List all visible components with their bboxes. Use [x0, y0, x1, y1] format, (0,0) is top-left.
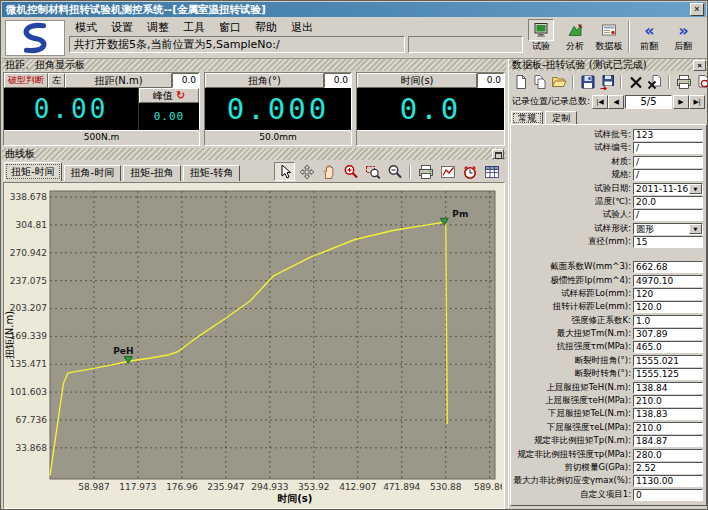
curve-tab-0[interactable]: 扭矩-时间 — [4, 162, 62, 181]
field-input-13[interactable]: 1.0 — [633, 315, 703, 327]
field-input-3[interactable]: / — [633, 169, 703, 181]
field-input-17[interactable]: 1555.125 — [633, 368, 703, 380]
field-row: 下屈服扭矩TeL(N.m):138.83 — [513, 408, 703, 420]
new-icon — [513, 74, 529, 90]
data-panel-close-button[interactable]: × — [693, 60, 706, 71]
menu-item-0[interactable]: 模式 — [68, 19, 104, 34]
menu-item-3[interactable]: 工具 — [176, 19, 212, 34]
field-input-19[interactable]: 210.0 — [633, 395, 703, 407]
field-input-8[interactable]: 15 — [633, 236, 703, 248]
field-input-23[interactable]: 280.0 — [633, 449, 703, 461]
menu-item-2[interactable]: 调整 — [140, 19, 176, 34]
data-tab-0[interactable]: 常规 — [511, 111, 543, 125]
save-button[interactable] — [579, 74, 596, 90]
field-value: 138.83 — [636, 409, 668, 419]
data-grid-button[interactable] — [481, 162, 502, 181]
field-input-18[interactable]: 138.84 — [633, 382, 703, 394]
record-last-button[interactable]: ▶| — [689, 95, 705, 109]
field-input-14[interactable]: 307.89 — [633, 328, 703, 340]
preview-button[interactable] — [694, 74, 708, 90]
restore-icon[interactable] — [492, 149, 504, 159]
record-prev-button[interactable]: ◀ — [608, 95, 624, 109]
field-input-9[interactable]: 662.68 — [633, 261, 703, 273]
chart-area[interactable]: 58.987117.973176.96235.947294.933353.924… — [3, 182, 505, 509]
field-input-6[interactable]: / — [633, 209, 703, 221]
new-button[interactable] — [512, 74, 529, 90]
curve-tab-1[interactable]: 扭角-时间 — [64, 165, 122, 181]
svg-text:Pm: Pm — [452, 209, 468, 219]
field-row: 温度(℃):20.0 — [513, 196, 703, 208]
zoom-out-button[interactable] — [384, 162, 405, 181]
svg-text:135.471: 135.471 — [10, 359, 47, 369]
field-input-1[interactable]: / — [633, 142, 703, 154]
field-row: 试样编号:/ — [513, 142, 703, 154]
print-button[interactable] — [415, 162, 436, 181]
field-label: 断裂时转角(°): — [513, 368, 633, 380]
hand-button[interactable] — [318, 162, 339, 181]
field-input-5[interactable]: 20.0 — [633, 196, 703, 208]
field-input-21[interactable]: 210.0 — [633, 422, 703, 434]
menu-item-5[interactable]: 帮助 — [248, 19, 284, 34]
toolbar-button-analysis-chart[interactable]: 分析 — [560, 19, 590, 52]
print-button[interactable] — [675, 74, 692, 90]
field-input-2[interactable]: / — [633, 156, 703, 168]
copy-button[interactable] — [531, 74, 548, 90]
field-input-7[interactable]: 圆形▼ — [633, 223, 703, 235]
peak-header[interactable]: 峰值 ↻ — [139, 88, 199, 103]
curve-tab-2[interactable]: 扭矩-扭角 — [123, 165, 181, 181]
field-label: 材质: — [513, 156, 633, 168]
record-first-button[interactable]: |◀ — [592, 95, 608, 109]
toolbar-button-next[interactable]: »后翻 — [668, 19, 698, 52]
field-value: / — [636, 210, 639, 220]
toolbar-button-monitor[interactable]: 试验 — [526, 19, 556, 52]
direction-left-button[interactable]: 左 — [48, 73, 65, 88]
field-value: 1.0 — [636, 316, 650, 326]
svg-text:270.942: 270.942 — [10, 248, 47, 258]
field-input-12[interactable]: 120.0 — [633, 301, 703, 313]
timer-button[interactable] — [459, 162, 480, 181]
field-input-26[interactable]: 0 — [633, 489, 703, 501]
pointer-button[interactable] — [274, 162, 295, 181]
field-input-15[interactable]: 465.0 — [633, 341, 703, 353]
menu-item-4[interactable]: 窗口 — [212, 19, 248, 34]
field-input-20[interactable]: 138.83 — [633, 408, 703, 420]
graph-setup-button[interactable] — [437, 162, 458, 181]
field-input-10[interactable]: 4970.10 — [633, 275, 703, 287]
field-value: 2011-11-16 — [636, 184, 688, 194]
menu-item-1[interactable]: 设置 — [104, 19, 140, 34]
field-input-25[interactable]: 1130.00 — [633, 475, 703, 487]
analysis-chart-icon — [567, 22, 583, 38]
data-grid-icon — [484, 164, 500, 180]
field-value: 1555.125 — [636, 369, 679, 379]
field-input-11[interactable]: 120 — [633, 288, 703, 300]
move-button[interactable] — [296, 162, 317, 181]
field-input-0[interactable]: 123 — [633, 129, 703, 141]
field-input-22[interactable]: 184.87 — [633, 435, 703, 447]
toolbar-button-prev[interactable]: «前翻 — [634, 19, 664, 52]
dropdown-arrow-icon[interactable]: ▼ — [689, 184, 702, 194]
torque-time-chart: 58.987117.973176.96235.947294.933353.924… — [4, 183, 502, 507]
zoom-in-button[interactable] — [340, 162, 361, 181]
curve-tab-3[interactable]: 扭矩-转角 — [183, 165, 241, 181]
field-input-4[interactable]: 2011-11-16▼ — [633, 183, 703, 195]
toolbar-button-data-board[interactable]: 数据板 — [594, 19, 624, 52]
field-label: 上屈服强度τeH(MPa): — [513, 395, 633, 407]
field-value: 280.0 — [636, 450, 662, 460]
field-row: 试验人:/ — [513, 209, 703, 221]
break-judge-button[interactable]: 破型判断 — [4, 73, 48, 88]
curve-tabs: 扭矩-时间扭角-时间扭矩-扭角扭矩-转角 — [4, 162, 242, 181]
field-input-24[interactable]: 2.52 — [633, 462, 703, 474]
field-input-16[interactable]: 1555.021 — [633, 355, 703, 367]
save-as-button[interactable] — [598, 74, 615, 90]
window-close-button[interactable]: × — [690, 3, 704, 16]
logo-s-icon — [6, 21, 64, 55]
zoom-window-button[interactable] — [362, 162, 383, 181]
peak-reset-icon[interactable]: ↻ — [176, 90, 185, 101]
data-tab-1[interactable]: 定制 — [545, 111, 577, 125]
delete-button[interactable] — [627, 74, 644, 90]
open-button[interactable] — [550, 74, 567, 90]
menu-item-6[interactable]: 退出 — [284, 19, 320, 34]
delete-page-button[interactable] — [646, 74, 663, 90]
dropdown-arrow-icon[interactable]: ▼ — [689, 224, 702, 234]
record-next-button[interactable]: ▶ — [673, 95, 689, 109]
